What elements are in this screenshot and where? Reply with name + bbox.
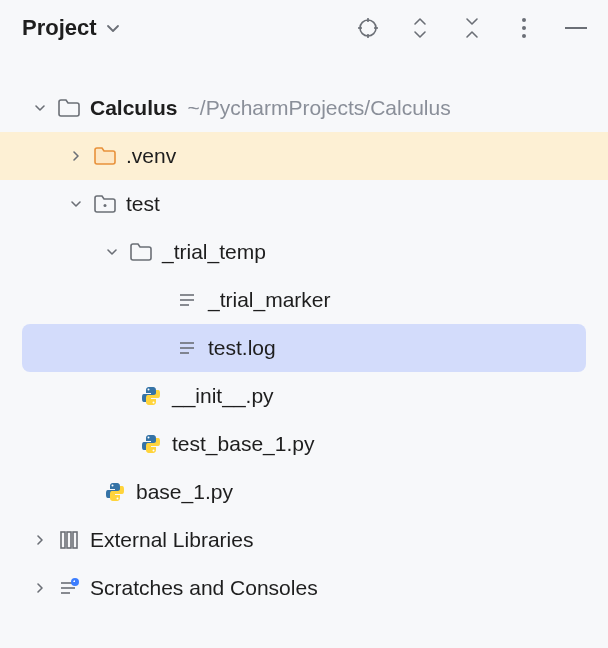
dropdown-icon[interactable] <box>105 20 121 36</box>
svg-point-17 <box>153 402 155 404</box>
expand-collapse-icon[interactable] <box>408 16 432 40</box>
panel-toolbar <box>356 16 588 40</box>
svg-point-21 <box>117 498 119 500</box>
tree-item-scratches[interactable]: Scratches and Consoles <box>0 564 608 612</box>
tree-root-calculus[interactable]: Calculus ~/PycharmProjects/Calculus <box>0 84 608 132</box>
folder-icon <box>56 95 82 121</box>
svg-point-18 <box>148 437 150 439</box>
tree-item-trial-temp[interactable]: _trial_temp <box>0 228 608 276</box>
tree-item-trial-marker[interactable]: _trial_marker <box>0 276 608 324</box>
svg-rect-22 <box>61 532 65 548</box>
collapse-all-icon[interactable] <box>460 16 484 40</box>
library-icon <box>56 527 82 553</box>
tree-item-label: .venv <box>126 144 176 168</box>
minimize-icon[interactable] <box>564 16 588 40</box>
tree-item-label: test_base_1.py <box>172 432 314 456</box>
tree-item-label: External Libraries <box>90 528 253 552</box>
scratches-icon <box>56 575 82 601</box>
locate-icon[interactable] <box>356 16 380 40</box>
svg-point-20 <box>112 485 114 487</box>
tree-item-test[interactable]: test <box>0 180 608 228</box>
tree-item-label: Scratches and Consoles <box>90 576 318 600</box>
project-tree: Calculus ~/PycharmProjects/Calculus .ven… <box>0 56 608 612</box>
svg-point-19 <box>153 450 155 452</box>
text-file-icon <box>174 287 200 313</box>
tree-root-path: ~/PycharmProjects/Calculus <box>188 96 451 120</box>
tree-item-label: _trial_temp <box>162 240 266 264</box>
svg-point-0 <box>360 20 376 36</box>
python-file-icon <box>138 431 164 457</box>
svg-point-5 <box>522 18 526 22</box>
tree-item-label: _trial_marker <box>208 288 331 312</box>
tree-item-label: __init__.py <box>172 384 274 408</box>
tree-item-label: base_1.py <box>136 480 233 504</box>
tree-item-test-base-1[interactable]: test_base_1.py <box>0 420 608 468</box>
svg-point-7 <box>522 34 526 38</box>
svg-rect-24 <box>73 532 77 548</box>
text-file-icon <box>174 335 200 361</box>
tree-item-init-py[interactable]: __init__.py <box>0 372 608 420</box>
more-options-icon[interactable] <box>512 16 536 40</box>
chevron-down-icon[interactable] <box>30 101 50 115</box>
svg-point-9 <box>104 204 107 207</box>
tree-item-label: test <box>126 192 160 216</box>
folder-venv-icon <box>92 143 118 169</box>
tree-item-label: test.log <box>208 336 276 360</box>
chevron-down-icon[interactable] <box>66 197 86 211</box>
svg-point-16 <box>148 389 150 391</box>
project-panel-header: Project <box>0 0 608 56</box>
chevron-right-icon[interactable] <box>30 533 50 547</box>
folder-icon <box>128 239 154 265</box>
svg-rect-23 <box>67 532 71 548</box>
tree-item-test-log[interactable]: test.log <box>22 324 586 372</box>
chevron-down-icon[interactable] <box>102 245 122 259</box>
chevron-right-icon[interactable] <box>30 581 50 595</box>
chevron-right-icon[interactable] <box>66 149 86 163</box>
tree-item-venv[interactable]: .venv <box>0 132 608 180</box>
tree-root-label: Calculus <box>90 96 178 120</box>
tree-item-base-1[interactable]: base_1.py <box>0 468 608 516</box>
tree-item-external-libraries[interactable]: External Libraries <box>0 516 608 564</box>
svg-point-6 <box>522 26 526 30</box>
panel-title: Project <box>22 15 97 41</box>
folder-dot-icon <box>92 191 118 217</box>
python-file-icon <box>138 383 164 409</box>
python-file-icon <box>102 479 128 505</box>
